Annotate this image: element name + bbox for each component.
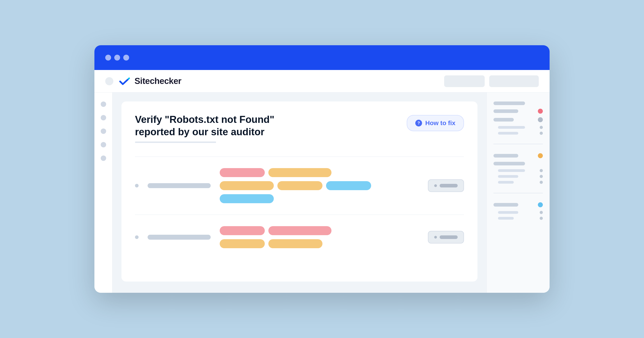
sr-sub-row-4	[498, 175, 543, 178]
sr-sub-bar-3	[498, 169, 525, 172]
sr-sub-dot-2	[540, 132, 543, 135]
browser-dot-3	[123, 55, 129, 60]
sidebar-dot-4	[101, 142, 106, 147]
action-btn-dot-1	[434, 184, 437, 187]
tags-row-1-1	[220, 168, 419, 177]
sr-bar-2	[494, 109, 518, 113]
tags-row-1-2	[220, 181, 419, 190]
how-to-fix-label: How to fix	[425, 120, 456, 127]
sr-row-4	[494, 153, 543, 158]
tag-blue-2	[220, 194, 274, 203]
nav-buttons	[444, 75, 539, 87]
row-tags-1	[220, 168, 419, 203]
browser-titlebar	[94, 45, 550, 70]
table-row	[135, 157, 464, 214]
logo-icon	[119, 76, 130, 86]
sr-sub-dot-1	[540, 126, 543, 129]
row-label-bar-1	[148, 183, 211, 188]
sr-sub-rows-1	[494, 126, 543, 135]
browser-navbar: Sitechecker	[94, 70, 550, 93]
sr-row-5	[494, 162, 543, 166]
sr-bar-4	[494, 154, 518, 158]
logo-text: Sitechecker	[134, 76, 182, 86]
tag-pink-1	[220, 168, 265, 177]
sr-sub-row-2	[498, 132, 543, 135]
sr-row-2	[494, 109, 543, 114]
tag-blue-1	[326, 181, 371, 190]
row-tags-2	[220, 226, 419, 248]
sr-bar-5	[494, 162, 525, 166]
table-area	[135, 157, 464, 259]
logo-area: Sitechecker	[119, 76, 439, 86]
sr-sub-bar-5	[498, 181, 514, 184]
tags-row-1-3	[220, 194, 419, 203]
sidebar-right	[486, 93, 550, 293]
panel-title-underline	[135, 142, 216, 143]
browser-window: Sitechecker	[94, 45, 550, 293]
browser-dot-1	[105, 55, 111, 60]
sr-sub-dot-4	[540, 175, 543, 178]
sr-bar-6	[494, 203, 518, 207]
panel-title-area: Verify "Robots.txt not Found" reported b…	[135, 113, 274, 143]
nav-btn-2[interactable]	[489, 75, 539, 87]
sidebar-dot-2	[101, 115, 106, 120]
sr-group-2	[494, 153, 543, 184]
nav-btn-1[interactable]	[444, 75, 485, 87]
browser-content: Sitechecker	[94, 70, 550, 293]
row-action-btn-2[interactable]	[428, 231, 464, 243]
sidebar-dot-1	[101, 102, 106, 107]
sr-sub-bar-6	[498, 211, 518, 214]
sr-dot-orange	[538, 153, 543, 158]
main-content: Verify "Robots.txt not Found" reported b…	[112, 93, 486, 293]
sr-sub-rows-3	[494, 211, 543, 220]
sr-sub-row-6	[498, 211, 543, 214]
browser-dots	[105, 55, 129, 60]
sr-dot-blue	[538, 202, 543, 207]
sr-sub-dot-5	[540, 181, 543, 184]
tag-orange-2	[220, 181, 274, 190]
sr-sub-row-3	[498, 169, 543, 172]
tag-orange-3	[278, 181, 322, 190]
tag-pink-3	[268, 226, 332, 235]
tags-row-2-2	[220, 239, 419, 248]
sr-group-3	[494, 202, 543, 220]
sr-sub-dot-6	[540, 211, 543, 214]
sr-sub-row-1	[498, 126, 543, 129]
sr-sub-row-7	[498, 217, 543, 220]
sr-sub-dot-7	[540, 217, 543, 220]
row-label-bar-2	[148, 235, 211, 240]
panel-header: Verify "Robots.txt not Found" reported b…	[135, 113, 464, 143]
sr-bar-1	[494, 102, 525, 105]
tag-orange-5	[268, 239, 322, 248]
action-btn-dot-2	[434, 236, 437, 239]
sidebar-left	[94, 93, 112, 293]
sr-divider-2	[494, 193, 543, 193]
sr-sub-bar-7	[498, 217, 514, 220]
nav-back-circle	[105, 77, 113, 85]
browser-dot-2	[114, 55, 120, 60]
how-to-fix-icon: ?	[415, 120, 422, 127]
sidebar-dot-3	[101, 129, 106, 134]
action-btn-bar-2	[440, 235, 458, 239]
sr-sub-bar-4	[498, 175, 518, 178]
tag-orange-4	[220, 239, 265, 248]
panel-title: Verify "Robots.txt not Found" reported b…	[135, 113, 274, 138]
sr-sub-bar-2	[498, 132, 518, 135]
sr-sub-row-5	[498, 181, 543, 184]
tags-row-2-1	[220, 226, 419, 235]
action-btn-bar-1	[440, 184, 458, 187]
sr-row-3	[494, 117, 543, 122]
sr-bar-3	[494, 118, 514, 122]
sr-sub-rows-2	[494, 169, 543, 184]
row-indicator-2	[135, 235, 138, 239]
how-to-fix-button[interactable]: ? How to fix	[407, 115, 464, 131]
sr-sub-dot-3	[540, 169, 543, 172]
sr-dot-gray-1	[538, 117, 543, 122]
row-action-btn-1[interactable]	[428, 179, 464, 192]
sr-sub-bar-1	[498, 126, 525, 129]
row-indicator-1	[135, 184, 138, 187]
sr-row-1	[494, 102, 543, 105]
tag-pink-2	[220, 226, 265, 235]
sidebar-dot-5	[101, 156, 106, 161]
page-body: Verify "Robots.txt not Found" reported b…	[94, 93, 550, 293]
